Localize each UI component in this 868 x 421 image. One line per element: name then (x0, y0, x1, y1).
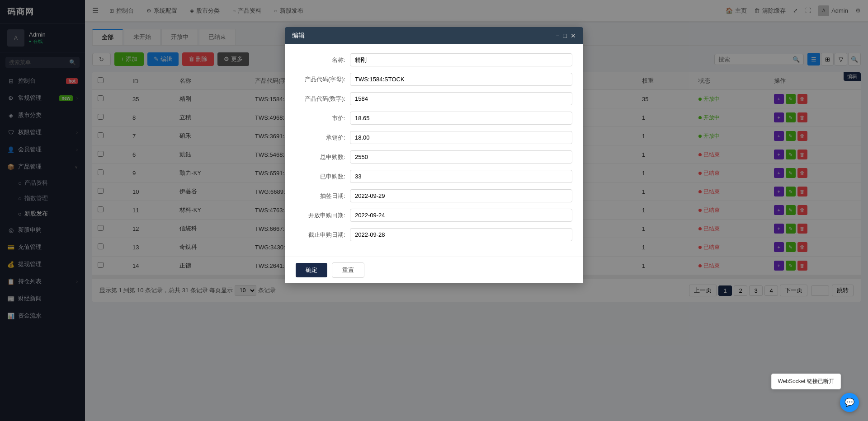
websocket-tooltip: WebSocket 链接已断开 (771, 374, 841, 389)
modal-close-btn[interactable]: ✕ (571, 32, 576, 39)
chat-icon: 💬 (844, 398, 854, 407)
modal-title: 编辑 (292, 32, 305, 40)
form-row-underwrite_price: 承销价: (296, 131, 572, 144)
form-input-applied[interactable] (350, 170, 572, 183)
form-label-open_date: 开放申购日期: (296, 211, 345, 220)
form-input-open_date[interactable] (350, 209, 572, 222)
form-label-applied: 已申购数: (296, 173, 345, 181)
form-input-close_date[interactable] (350, 228, 572, 241)
form-label-code_str: 产品代码(字母): (296, 75, 345, 84)
form-row-name: 名称: (296, 53, 572, 66)
form-input-underwrite_price[interactable] (350, 131, 572, 144)
modal-body: 名称: 产品代码(字母): 产品代码(数字): 市价: 承销价: 总申购数: 已… (285, 44, 583, 257)
modal-confirm-btn[interactable]: 确定 (296, 263, 327, 277)
form-input-code_str[interactable] (350, 73, 572, 86)
form-label-underwrite_price: 承销价: (296, 134, 345, 142)
form-row-code_num: 产品代码(数字): (296, 92, 572, 105)
form-label-lottery_date: 抽签日期: (296, 192, 345, 200)
form-label-market_price: 市价: (296, 114, 345, 122)
form-row-code_str: 产品代码(字母): (296, 73, 572, 86)
form-row-close_date: 截止申购日期: (296, 228, 572, 241)
edit-modal: 编辑 − □ ✕ 名称: 产品代码(字母): 产品代码(数字): 市价: 承销价… (285, 27, 583, 283)
form-label-close_date: 截止申购日期: (296, 231, 345, 239)
form-row-open_date: 开放申购日期: (296, 209, 572, 222)
form-input-total_apply[interactable] (350, 150, 572, 164)
chat-button[interactable]: 💬 (840, 393, 859, 412)
modal-footer: 确定 重置 (285, 257, 583, 283)
form-input-market_price[interactable] (350, 112, 572, 125)
modal-header-actions: − □ ✕ (556, 32, 576, 39)
modal-header: 编辑 − □ ✕ (285, 27, 583, 44)
form-row-applied: 已申购数: (296, 170, 572, 183)
form-input-code_num[interactable] (350, 92, 572, 105)
form-row-total_apply: 总申购数: (296, 150, 572, 164)
form-input-lottery_date[interactable] (350, 189, 572, 202)
modal-reset-btn[interactable]: 重置 (332, 262, 364, 278)
form-row-market_price: 市价: (296, 112, 572, 125)
modal-overlay[interactable]: 编辑 − □ ✕ 名称: 产品代码(字母): 产品代码(数字): 市价: 承销价… (0, 0, 868, 421)
form-row-lottery_date: 抽签日期: (296, 189, 572, 202)
modal-minimize-btn[interactable]: − (556, 32, 559, 39)
modal-restore-btn[interactable]: □ (563, 32, 567, 39)
form-label-total_apply: 总申购数: (296, 153, 345, 161)
form-label-name: 名称: (296, 56, 345, 64)
form-label-code_num: 产品代码(数字): (296, 95, 345, 103)
form-input-name[interactable] (350, 53, 572, 66)
